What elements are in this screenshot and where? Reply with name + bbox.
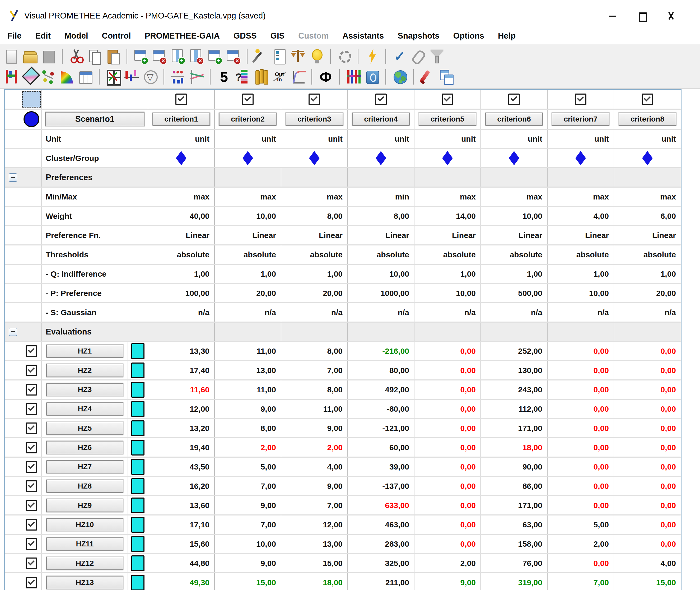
preference-value[interactable]: max bbox=[548, 188, 614, 206]
promethee-ranking-icon[interactable] bbox=[4, 69, 18, 85]
action-color-swatch[interactable] bbox=[131, 498, 144, 513]
evaluation-value[interactable]: 8,00 bbox=[281, 381, 348, 399]
evaluation-value[interactable]: 7,00 bbox=[215, 515, 281, 534]
action-color-swatch[interactable] bbox=[131, 575, 144, 590]
evaluation-value[interactable]: 60,00 bbox=[348, 438, 415, 457]
criterion-button-4[interactable]: criterion4 bbox=[352, 113, 410, 126]
evaluations-collapse-button[interactable] bbox=[9, 328, 17, 336]
preference-value[interactable]: 6,00 bbox=[614, 207, 681, 225]
abacus-chart-icon[interactable] bbox=[170, 69, 185, 85]
evaluation-value[interactable]: 0,00 bbox=[614, 477, 681, 495]
evaluation-value[interactable]: 2,00 bbox=[415, 554, 481, 572]
action-color-swatch[interactable] bbox=[131, 420, 144, 436]
evaluation-value[interactable]: 7,00 bbox=[548, 573, 614, 590]
cluster-diamond-icon[interactable] bbox=[509, 151, 519, 166]
cluster-diamond-icon[interactable] bbox=[376, 151, 386, 166]
add-criterion-icon[interactable] bbox=[134, 48, 148, 64]
evaluation-value[interactable]: 243,00 bbox=[481, 381, 548, 399]
menu-item-file[interactable]: File bbox=[7, 31, 21, 41]
preference-value[interactable]: 4,00 bbox=[548, 207, 614, 225]
action-button-hz9[interactable]: HZ9 bbox=[46, 499, 123, 512]
preference-value[interactable]: 1,00 bbox=[148, 265, 215, 283]
preference-value[interactable]: 1,00 bbox=[548, 265, 614, 283]
preference-value[interactable]: max bbox=[281, 188, 348, 206]
evaluation-value[interactable]: 9,00 bbox=[215, 496, 281, 514]
evaluation-value[interactable]: 49,30 bbox=[148, 573, 215, 590]
evaluation-value[interactable]: 0,00 bbox=[614, 361, 681, 379]
evaluation-value[interactable]: 11,60 bbox=[148, 381, 215, 399]
action-color-swatch[interactable] bbox=[131, 478, 144, 494]
evaluation-value[interactable]: 4,00 bbox=[281, 458, 348, 476]
evaluation-value[interactable]: 43,50 bbox=[148, 458, 215, 476]
evaluation-value[interactable]: 11,00 bbox=[215, 342, 281, 360]
evaluation-value[interactable]: 18,00 bbox=[281, 573, 348, 590]
evaluation-value[interactable]: 0,00 bbox=[548, 554, 614, 572]
preference-value[interactable]: absolute bbox=[281, 245, 348, 264]
cluster-diamond-icon[interactable] bbox=[442, 151, 453, 166]
action-button-hz3[interactable]: HZ3 bbox=[46, 383, 123, 396]
evaluation-value[interactable]: 76,00 bbox=[481, 554, 548, 572]
evaluation-value[interactable]: 86,00 bbox=[481, 477, 548, 495]
delete-criterion-icon[interactable] bbox=[152, 48, 166, 64]
evaluation-value[interactable]: 90,00 bbox=[481, 458, 548, 476]
cluster-diamond-icon[interactable] bbox=[176, 151, 187, 166]
evaluation-value[interactable]: 0,00 bbox=[415, 477, 481, 495]
evaluation-value[interactable]: 0,00 bbox=[415, 515, 481, 534]
action-color-swatch[interactable] bbox=[131, 363, 144, 378]
evaluation-value[interactable]: 8,00 bbox=[215, 419, 281, 437]
line-profile-icon[interactable] bbox=[189, 69, 203, 85]
evaluation-value[interactable]: 0,00 bbox=[614, 400, 681, 418]
preference-value[interactable]: Linear bbox=[215, 226, 281, 244]
evaluation-value[interactable]: 0,00 bbox=[548, 381, 614, 399]
action-button-hz10[interactable]: HZ10 bbox=[46, 518, 123, 531]
preference-value[interactable]: 1,00 bbox=[481, 265, 548, 283]
evaluation-value[interactable]: 18,00 bbox=[481, 438, 548, 457]
preference-value[interactable]: 10,00 bbox=[348, 265, 415, 283]
evaluation-value[interactable]: 13,30 bbox=[148, 342, 215, 360]
preference-value[interactable]: max bbox=[215, 188, 281, 206]
evaluation-value[interactable]: 0,00 bbox=[415, 438, 481, 457]
action-checkbox-hz8[interactable] bbox=[26, 480, 37, 492]
phi-icon[interactable]: Φ bbox=[319, 69, 333, 85]
selected-cell[interactable] bbox=[21, 90, 42, 109]
action-color-swatch[interactable] bbox=[131, 401, 144, 417]
globe-icon[interactable] bbox=[392, 69, 407, 85]
evaluation-value[interactable]: 0,00 bbox=[614, 515, 681, 534]
evaluation-value[interactable]: 171,00 bbox=[481, 419, 548, 437]
menu-item-promethee-gaia[interactable]: PROMETHEE-GAIA bbox=[145, 31, 220, 41]
evaluation-value[interactable]: 0,00 bbox=[415, 342, 481, 360]
rainbow-icon[interactable] bbox=[60, 69, 74, 85]
evaluation-value[interactable]: 112,00 bbox=[481, 400, 548, 418]
evaluation-value[interactable]: 0,00 bbox=[614, 535, 681, 553]
evaluation-value[interactable]: 0,00 bbox=[548, 496, 614, 514]
scenario-button[interactable]: Scenario1 bbox=[45, 112, 144, 126]
action-profiles-icon[interactable] bbox=[124, 69, 139, 85]
evaluation-value[interactable]: 0,00 bbox=[548, 400, 614, 418]
action-checkbox-hz5[interactable] bbox=[26, 422, 37, 434]
gaia-diamond-icon[interactable] bbox=[23, 69, 37, 85]
preference-value[interactable]: 20,00 bbox=[215, 284, 281, 302]
evaluation-value[interactable]: 19,40 bbox=[148, 438, 215, 457]
criterion-checkbox-1[interactable] bbox=[176, 94, 187, 105]
evaluation-value[interactable]: 15,00 bbox=[281, 554, 348, 572]
criterion-checkbox-7[interactable] bbox=[575, 94, 586, 105]
preference-value[interactable]: n/a bbox=[281, 303, 348, 321]
evaluation-value[interactable]: 0,00 bbox=[614, 438, 681, 457]
cluster-diamond-icon[interactable] bbox=[309, 151, 320, 166]
preference-value[interactable]: 20,00 bbox=[614, 284, 681, 302]
preference-value[interactable]: 1000,00 bbox=[348, 284, 415, 302]
evaluation-value[interactable]: 7,00 bbox=[215, 477, 281, 495]
action-button-hz13[interactable]: HZ13 bbox=[46, 576, 123, 589]
evaluation-value[interactable]: 15,00 bbox=[215, 573, 281, 590]
cluster-diamond-icon[interactable] bbox=[575, 151, 586, 166]
menu-item-gis[interactable]: GIS bbox=[270, 31, 284, 41]
maximize-button[interactable] bbox=[636, 11, 647, 21]
action-color-swatch[interactable] bbox=[131, 536, 144, 552]
preference-value[interactable]: n/a bbox=[215, 303, 281, 321]
criterion-checkbox-5[interactable] bbox=[442, 94, 453, 105]
wand-icon[interactable] bbox=[254, 48, 268, 64]
preference-value[interactable]: absolute bbox=[148, 245, 215, 264]
copy-icon[interactable] bbox=[88, 48, 102, 64]
action-checkbox-hz9[interactable] bbox=[26, 500, 37, 511]
preference-value[interactable]: Linear bbox=[348, 226, 415, 244]
